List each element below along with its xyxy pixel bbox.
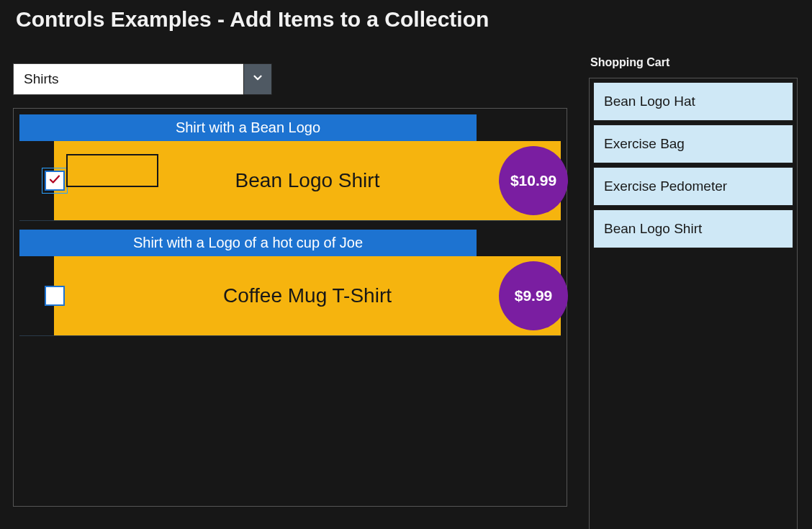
cart-panel: Bean Logo HatExercise BagExercise Pedome… [589, 78, 798, 529]
chevron-down-icon [251, 71, 264, 87]
cart-item[interactable]: Bean Logo Shirt [593, 209, 793, 248]
product-description: Shirt with a Logo of a hot cup of Joe [19, 230, 477, 256]
product-card: Shirt with a Logo of a hot cup of JoeCof… [19, 230, 561, 336]
cart-item[interactable]: Exercise Pedometer [593, 167, 793, 206]
category-dropdown-value: Shirts [13, 63, 243, 95]
product-body: Bean Logo Shirt$10.99 [54, 141, 561, 220]
checkmark-icon [48, 173, 61, 189]
product-card: Shirt with a Bean LogoBean Logo Shirt$10… [19, 114, 561, 221]
category-dropdown-button[interactable] [243, 63, 272, 95]
product-body: Coffee Mug T-Shirt$9.99 [54, 256, 561, 335]
product-price-badge: $9.99 [499, 261, 568, 330]
product-image-placeholder [66, 154, 158, 187]
cart-title: Shopping Cart [590, 56, 798, 69]
cart-item[interactable]: Exercise Bag [593, 125, 793, 163]
product-description: Shirt with a Bean Logo [19, 114, 477, 141]
product-list-panel: Shirt with a Bean LogoBean Logo Shirt$10… [13, 108, 567, 507]
page-title: Controls Examples - Add Items to a Colle… [0, 0, 812, 36]
category-dropdown[interactable]: Shirts [13, 63, 272, 95]
add-to-cart-checkbox[interactable] [45, 286, 65, 306]
add-to-cart-checkbox[interactable] [45, 171, 65, 191]
product-price-badge: $10.99 [499, 146, 568, 215]
cart-item[interactable]: Bean Logo Hat [593, 82, 793, 121]
product-name: Coffee Mug T-Shirt [54, 284, 561, 307]
